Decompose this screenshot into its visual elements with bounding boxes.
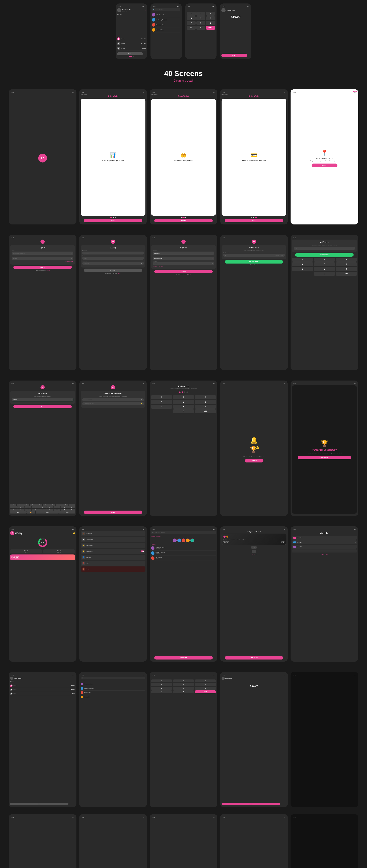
cpk-1[interactable]: 1 xyxy=(151,395,172,399)
menu-invest[interactable]: 📈 Smart Invest › xyxy=(81,537,146,542)
pass-field-filled[interactable]: •••••••• 👁 xyxy=(153,262,214,265)
kb-z[interactable]: Z xyxy=(18,509,24,511)
kb-s[interactable]: S xyxy=(18,506,24,508)
kb-d[interactable]: D xyxy=(25,506,31,508)
kb-return[interactable]: return xyxy=(59,511,75,514)
next-button-invoice[interactable]: NEXT › xyxy=(117,52,143,55)
kb-space[interactable]: space xyxy=(36,511,59,514)
kb-b[interactable]: B xyxy=(47,509,53,511)
signup-email-input[interactable]: Email xyxy=(82,257,144,260)
forgot-password-link[interactable]: Forgot password? xyxy=(12,261,73,262)
cpk-9[interactable]: 9 xyxy=(195,405,216,409)
pin-key-6[interactable]: 6 xyxy=(206,16,215,20)
next-btn-vkb[interactable]: NEXT xyxy=(13,405,72,408)
small-search[interactable]: 🔍 Select by Name xyxy=(81,677,146,679)
password-input[interactable]: •••••••• 👁 xyxy=(12,257,73,260)
kb-h[interactable]: H xyxy=(47,506,53,508)
kb-p[interactable]: P xyxy=(69,504,75,506)
confirm-password-input[interactable]: Confirm password 🔒 xyxy=(82,402,144,405)
spk-1[interactable]: 1 xyxy=(151,679,172,682)
kb-x[interactable]: X xyxy=(25,509,31,511)
next-button-amount[interactable]: NEXT › xyxy=(221,54,247,57)
kb-l[interactable]: L xyxy=(68,506,75,508)
add-card-btn[interactable]: ADD CARD xyxy=(225,656,283,659)
accept-button[interactable]: ACCEPT xyxy=(312,163,337,167)
next-btn-onboard2[interactable]: NEXT › xyxy=(154,219,213,222)
vpk-8[interactable]: 8 xyxy=(314,267,335,271)
cvc-input[interactable]: CVC xyxy=(251,546,257,549)
pin-done[interactable]: DONE xyxy=(206,26,215,30)
verify-kb-input[interactable]: abcde1 ✕ xyxy=(12,398,73,401)
kb-shift[interactable]: ⇧ xyxy=(10,509,17,511)
menu-qa[interactable]: ❓ Q&A › xyxy=(81,561,146,566)
card-item-2[interactable]: ••• 2312 › xyxy=(292,540,357,544)
kb-backspace[interactable]: ⌫ xyxy=(68,509,75,511)
pin-key-0[interactable]: 0 xyxy=(196,26,205,30)
pin-key-9[interactable]: 9 xyxy=(206,21,215,25)
pin-key-8[interactable]: 8 xyxy=(196,21,205,25)
next-btn-onboard3[interactable]: NEXT › xyxy=(225,219,283,222)
vpk-7[interactable]: 7 xyxy=(292,267,313,271)
cpk-8[interactable]: 8 xyxy=(173,405,194,409)
menu-wallets[interactable]: 💼 My Wallets › xyxy=(81,531,146,536)
kb-v[interactable]: V xyxy=(39,509,46,511)
spk-00[interactable]: 00 xyxy=(151,690,172,693)
card-item-3[interactable]: ••• 4543 › xyxy=(292,545,357,549)
vpk-6[interactable]: 6 xyxy=(336,262,357,266)
kb-y[interactable]: Y xyxy=(43,504,49,506)
pin-card-input[interactable]: PIN xyxy=(252,550,256,553)
pin-key-2[interactable]: 2 xyxy=(196,12,205,16)
kb-o[interactable]: O xyxy=(62,504,68,506)
spk-5[interactable]: 5 xyxy=(173,683,194,686)
notification-toggle[interactable] xyxy=(141,551,144,552)
signin-button[interactable]: SIGN IN xyxy=(13,266,72,269)
vpk-del[interactable]: ⌫ xyxy=(336,272,357,276)
vpk-1[interactable]: 1 xyxy=(292,258,313,261)
menu-notification[interactable]: 🔔 Notification xyxy=(81,549,146,554)
verify-code-input[interactable]: +1 •••••• xyxy=(294,247,355,250)
card-item-1[interactable]: ••• 4321 › xyxy=(292,536,357,540)
pin-key-4[interactable]: 4 xyxy=(187,16,196,20)
vpk-9[interactable]: 9 xyxy=(336,267,357,271)
allow-notif-btn[interactable]: ALLOW xyxy=(245,459,263,462)
kb-c[interactable]: C xyxy=(32,509,39,511)
menu-logout[interactable]: 🚪 Logout xyxy=(81,566,146,572)
kb-e[interactable]: E xyxy=(23,504,29,506)
start-verify-btn-1[interactable]: START VERIFY xyxy=(225,260,283,264)
cpk-6[interactable]: 6 xyxy=(195,400,216,404)
cpk-3[interactable]: 3 xyxy=(195,395,216,399)
kb-n[interactable]: N xyxy=(54,509,60,511)
bell-icon[interactable]: 🔔 xyxy=(73,532,75,534)
next-btn-onboard1[interactable]: NEXT › xyxy=(84,219,142,222)
contacts-search[interactable]: 🔍 Search for savings xyxy=(151,531,216,534)
pin-key-1[interactable]: 1 xyxy=(187,12,196,16)
next-btn-amount-sm[interactable]: NEXT › xyxy=(222,803,280,805)
vpk-5[interactable]: 5 xyxy=(314,262,335,266)
cpk-5[interactable]: 5 xyxy=(173,400,194,404)
start-verify-btn-2[interactable]: START VERIFY xyxy=(295,253,354,256)
spk-done[interactable]: DONE xyxy=(195,690,216,693)
cpk-4[interactable]: 4 xyxy=(151,400,172,404)
add-card-link[interactable]: + Add CARD xyxy=(321,554,328,555)
spk-4[interactable]: 4 xyxy=(151,683,172,686)
vpk-4[interactable]: 4 xyxy=(292,262,313,266)
spk-0[interactable]: 0 xyxy=(173,690,194,693)
cpk-7[interactable]: 7 xyxy=(151,405,172,409)
search-by-name[interactable]: 🔍 Select by Name xyxy=(152,8,180,11)
spk-9[interactable]: 9 xyxy=(195,687,216,690)
spk-7[interactable]: 7 xyxy=(151,687,172,690)
vpk-2[interactable]: 2 xyxy=(314,258,335,261)
pin-key-7[interactable]: 7 xyxy=(187,21,196,25)
name-field-filled[interactable]: True Cost ✓ xyxy=(153,252,214,255)
kb-123[interactable]: 123 xyxy=(10,511,26,514)
kb-r[interactable]: R xyxy=(30,504,36,506)
spk-2[interactable]: 2 xyxy=(173,679,194,682)
kb-f[interactable]: F xyxy=(32,506,39,508)
kb-m[interactable]: M xyxy=(61,509,68,511)
pin-key-3[interactable]: 3 xyxy=(206,12,215,16)
cpk-2[interactable]: 2 xyxy=(173,395,194,399)
email-input[interactable]: email@example.com ✉ xyxy=(12,252,73,255)
kb-k[interactable]: K xyxy=(61,506,68,508)
kb-a[interactable]: A xyxy=(10,506,17,508)
vpk-0[interactable]: 0 xyxy=(314,272,335,276)
